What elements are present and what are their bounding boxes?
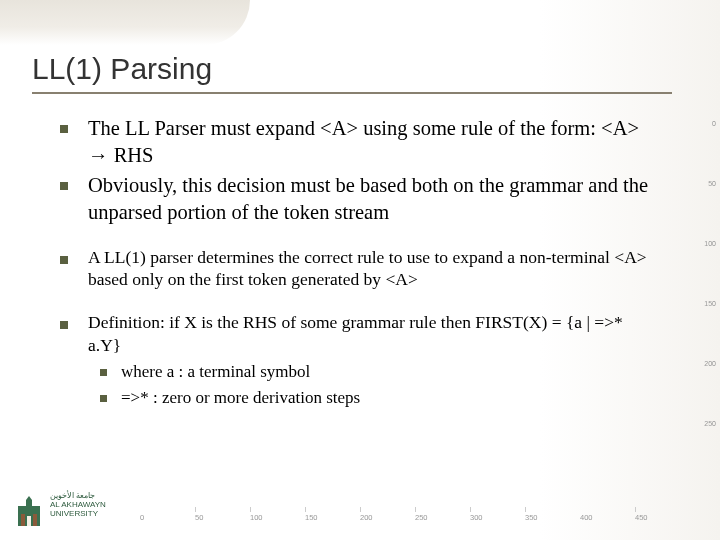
- spacer: [60, 295, 660, 311]
- bullet-item: The LL Parser must expand <A> using some…: [60, 115, 660, 168]
- university-logo: جامعة الأخوين AL AKHAWAYN UNIVERSITY: [12, 490, 122, 530]
- title-underline: [32, 92, 672, 94]
- ruler-tick: [525, 507, 526, 512]
- ruler-horizontal: 0 50 100 150 200 250 300 350 400 450: [140, 510, 680, 522]
- ruler-label: 350: [525, 513, 538, 522]
- logo-building-icon: [12, 496, 46, 530]
- bullet-square-icon: [60, 182, 68, 190]
- title-area: LL(1) Parsing: [32, 52, 672, 94]
- spacer: [60, 230, 660, 246]
- bullet-square-icon: [60, 256, 68, 264]
- bullet-text: A LL(1) parser determines the correct ru…: [88, 246, 660, 292]
- bullet-item: A LL(1) parser determines the correct ru…: [60, 246, 660, 292]
- sub-bullet-item: where a : a terminal symbol: [60, 361, 660, 383]
- ruler-label: 200: [704, 360, 716, 367]
- ruler-tick: [195, 507, 196, 512]
- svg-rect-5: [27, 516, 31, 526]
- slide-title: LL(1) Parsing: [32, 52, 672, 86]
- bullet-text: The LL Parser must expand <A> using some…: [88, 115, 660, 168]
- ruler-label: 50: [708, 180, 716, 187]
- bullet-text: =>* : zero or more derivation steps: [121, 387, 360, 409]
- ruler-label: 300: [470, 513, 483, 522]
- ruler-tick: [635, 507, 636, 512]
- ruler-label: 400: [580, 513, 593, 522]
- bullet-text: where a : a terminal symbol: [121, 361, 310, 383]
- ruler-label: 250: [704, 420, 716, 427]
- ruler-tick: [250, 507, 251, 512]
- ruler-tick: [470, 507, 471, 512]
- ruler-label: 200: [360, 513, 373, 522]
- ruler-label: 100: [250, 513, 263, 522]
- bullet-item: Obviously, this decision must be based b…: [60, 172, 660, 225]
- svg-rect-3: [21, 514, 25, 526]
- svg-rect-4: [33, 514, 37, 526]
- ruler-label: 0: [712, 120, 716, 127]
- bullet-square-icon: [100, 369, 107, 376]
- ruler-label: 150: [305, 513, 318, 522]
- bullet-square-icon: [100, 395, 107, 402]
- slide-content: The LL Parser must expand <A> using some…: [60, 115, 660, 413]
- slide: LL(1) Parsing The LL Parser must expand …: [0, 0, 720, 540]
- svg-marker-2: [26, 496, 32, 500]
- bullet-square-icon: [60, 321, 68, 329]
- ruler-label: 0: [140, 513, 144, 522]
- logo-line-university: UNIVERSITY: [50, 510, 106, 519]
- ruler-tick: [415, 507, 416, 512]
- bullet-square-icon: [60, 125, 68, 133]
- svg-rect-1: [26, 500, 32, 510]
- ruler-tick: [360, 507, 361, 512]
- ruler-vertical: 0 50 100 150 200 250: [702, 120, 720, 450]
- top-decoration: [0, 0, 250, 45]
- bullet-text: Obviously, this decision must be based b…: [88, 172, 660, 225]
- bullet-text: Definition: if X is the RHS of some gram…: [88, 311, 660, 357]
- ruler-label: 50: [195, 513, 203, 522]
- sub-bullet-item: =>* : zero or more derivation steps: [60, 387, 660, 409]
- ruler-label: 150: [704, 300, 716, 307]
- bullet-item: Definition: if X is the RHS of some gram…: [60, 311, 660, 357]
- ruler-tick: [305, 507, 306, 512]
- ruler-label: 250: [415, 513, 428, 522]
- ruler-label: 100: [704, 240, 716, 247]
- logo-text: جامعة الأخوين AL AKHAWAYN UNIVERSITY: [50, 492, 106, 518]
- ruler-label: 450: [635, 513, 648, 522]
